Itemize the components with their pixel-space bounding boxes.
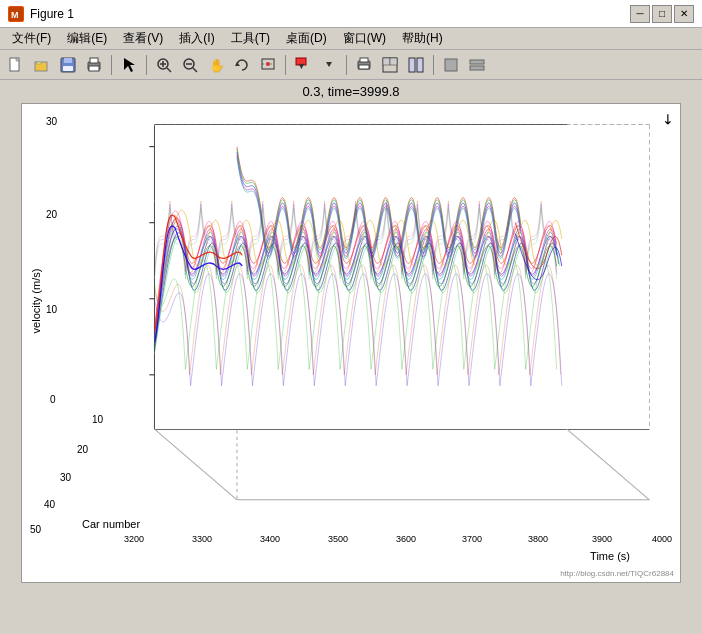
time-tick-3500: 3500 <box>328 534 348 544</box>
plot-data <box>154 125 649 429</box>
menu-file[interactable]: 文件(F) <box>4 28 59 49</box>
brush-arrow[interactable] <box>317 54 341 76</box>
time-tick-3700: 3700 <box>462 534 482 544</box>
layout-button[interactable] <box>404 54 428 76</box>
sep4 <box>346 55 347 75</box>
menu-bar: 文件(F) 编辑(E) 查看(V) 插入(I) 工具(T) 桌面(D) 窗口(W… <box>0 28 702 50</box>
svg-rect-9 <box>90 58 98 63</box>
app-icon: M <box>8 6 24 22</box>
pan-button[interactable]: ✋ <box>204 54 228 76</box>
menu-edit[interactable]: 编辑(E) <box>59 28 115 49</box>
sep1 <box>111 55 112 75</box>
minimize-button[interactable]: ─ <box>630 5 650 23</box>
time-tick-4000: 4000 <box>652 534 672 544</box>
window-controls: ─ □ ✕ <box>630 5 694 23</box>
svg-line-48 <box>567 429 649 500</box>
svg-marker-11 <box>124 58 135 72</box>
sep5 <box>433 55 434 75</box>
svg-rect-31 <box>383 58 390 65</box>
maximize-button[interactable]: □ <box>652 5 672 23</box>
title-bar: M Figure 1 ─ □ ✕ <box>0 0 702 28</box>
menu-view[interactable]: 查看(V) <box>115 28 171 49</box>
svg-rect-28 <box>360 58 368 62</box>
dual-rect[interactable] <box>465 54 489 76</box>
car-tick-40: 40 <box>44 499 55 510</box>
rotate-button[interactable] <box>230 54 254 76</box>
plot-title: 0.3, time=3999.8 <box>302 84 399 99</box>
svg-rect-36 <box>470 60 484 64</box>
time-axis-label: Time (s) <box>590 550 630 562</box>
title-bar-left: M Figure 1 <box>8 6 74 22</box>
menu-help[interactable]: 帮助(H) <box>394 28 451 49</box>
datacursor-button[interactable] <box>256 54 280 76</box>
y-tick-0: 0 <box>50 394 56 405</box>
plot-container: velocity (m/s) 30 20 10 0 10 20 30 40 50… <box>21 103 681 583</box>
car-tick-50: 50 <box>30 524 41 535</box>
svg-rect-35 <box>445 59 457 71</box>
brush-button[interactable]: ▼ <box>291 54 315 76</box>
y-axis-label: velocity (m/s) <box>30 268 42 333</box>
plot-svg <box>72 114 670 527</box>
svg-rect-32 <box>390 58 397 65</box>
time-tick-3800: 3800 <box>528 534 548 544</box>
svg-rect-37 <box>470 66 484 70</box>
time-tick-3400: 3400 <box>260 534 280 544</box>
svg-point-23 <box>266 62 270 66</box>
menu-desktop[interactable]: 桌面(D) <box>278 28 335 49</box>
menu-window[interactable]: 窗口(W) <box>335 28 394 49</box>
new-button[interactable] <box>4 54 28 76</box>
svg-rect-6 <box>64 58 72 63</box>
print2-button[interactable] <box>352 54 376 76</box>
print-button[interactable] <box>82 54 106 76</box>
sep3 <box>285 55 286 75</box>
y-tick-20: 20 <box>46 209 57 220</box>
svg-rect-29 <box>359 65 369 69</box>
time-tick-3200: 3200 <box>124 534 144 544</box>
svg-rect-34 <box>417 58 423 72</box>
time-tick-3600: 3600 <box>396 534 416 544</box>
svg-text:✋: ✋ <box>209 57 224 73</box>
y-axis-label-container: velocity (m/s) <box>26 104 46 497</box>
svg-text:M: M <box>11 10 19 20</box>
time-tick-3900: 3900 <box>592 534 612 544</box>
close-button[interactable]: ✕ <box>674 5 694 23</box>
svg-line-47 <box>154 429 236 500</box>
open-button[interactable] <box>30 54 54 76</box>
save-button[interactable] <box>56 54 80 76</box>
svg-rect-10 <box>89 66 99 71</box>
watermark: http://blog.csdn.net/TIQCr62884 <box>560 569 674 578</box>
svg-line-13 <box>167 68 171 72</box>
svg-marker-26 <box>326 62 332 67</box>
window-title: Figure 1 <box>30 7 74 21</box>
toolbar: ✋ ▼ <box>0 50 702 80</box>
zoom-out-button[interactable] <box>178 54 202 76</box>
svg-line-17 <box>193 68 197 72</box>
cursor-button[interactable] <box>117 54 141 76</box>
sep2 <box>146 55 147 75</box>
svg-rect-7 <box>63 66 73 71</box>
figpanel-button[interactable] <box>378 54 402 76</box>
time-tick-3300: 3300 <box>192 534 212 544</box>
y-tick-10: 10 <box>46 304 57 315</box>
figure-area: 0.3, time=3999.8 velocity (m/s) 30 20 10… <box>0 80 702 634</box>
zoom-in-button[interactable] <box>152 54 176 76</box>
menu-tools[interactable]: 工具(T) <box>223 28 278 49</box>
car-tick-30: 30 <box>60 472 71 483</box>
svg-rect-33 <box>409 58 415 72</box>
gray-square[interactable] <box>439 54 463 76</box>
y-tick-30: 30 <box>46 116 57 127</box>
menu-insert[interactable]: 插入(I) <box>171 28 222 49</box>
svg-text:▼: ▼ <box>297 61 306 71</box>
